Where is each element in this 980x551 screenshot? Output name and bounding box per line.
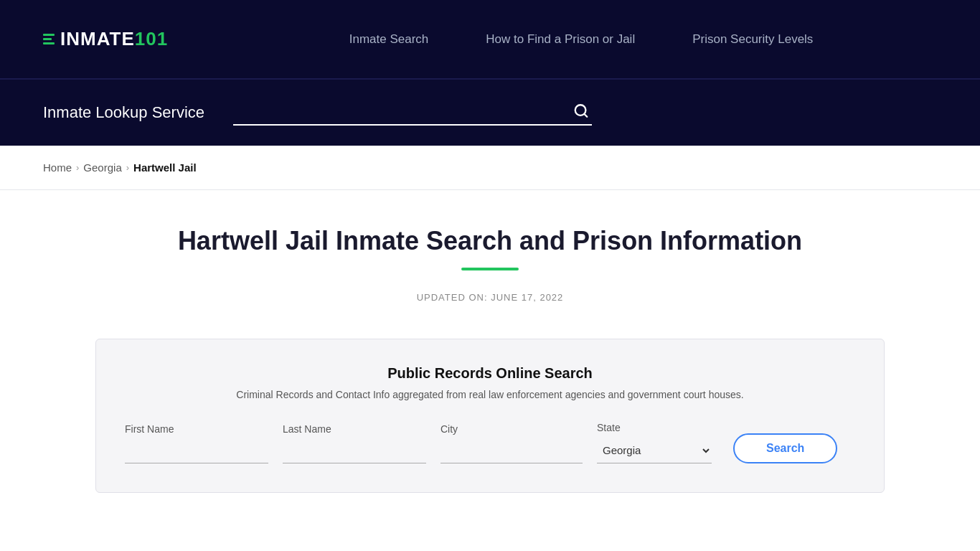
search-icon	[573, 103, 589, 119]
top-navigation: INMATE101 Inmate Search How to Find a Pr…	[0, 0, 980, 79]
logo-icon	[43, 34, 55, 44]
title-underline	[461, 268, 519, 270]
main-content: Hartwell Jail Inmate Search and Prison I…	[0, 190, 980, 522]
last-name-input[interactable]	[283, 439, 426, 463]
search-form-row: First Name Last Name City State AlabamaA…	[125, 422, 855, 463]
search-box-title: Public Records Online Search	[125, 365, 855, 382]
city-label: City	[440, 423, 583, 435]
breadcrumb-home[interactable]: Home	[43, 161, 72, 174]
last-name-label: Last Name	[283, 423, 426, 435]
last-name-field: Last Name	[283, 423, 426, 463]
breadcrumb: Home › Georgia › Hartwell Jail	[43, 161, 937, 174]
nav-item-security-levels[interactable]: Prison Security Levels	[692, 32, 813, 47]
nav-item-how-to-find[interactable]: How to Find a Prison or Jail	[486, 32, 635, 47]
state-label: State	[597, 422, 712, 433]
nav-item-inmate-search[interactable]: Inmate Search	[349, 32, 429, 47]
city-input[interactable]	[440, 439, 583, 463]
first-name-field: First Name	[125, 423, 268, 463]
search-box-description: Criminal Records and Contact Info aggreg…	[125, 389, 855, 400]
public-records-search-box: Public Records Online Search Criminal Re…	[95, 339, 885, 493]
logo-text: INMATE101	[60, 28, 168, 50]
page-title: Hartwell Jail Inmate Search and Prison I…	[43, 226, 937, 256]
search-bar-section: Inmate Lookup Service	[0, 79, 980, 146]
first-name-input[interactable]	[125, 439, 268, 463]
breadcrumb-current: Hartwell Jail	[133, 161, 197, 174]
chevron-icon: ›	[76, 162, 79, 173]
state-select[interactable]: AlabamaAlaskaArizonaArkansasCaliforniaCo…	[597, 438, 712, 463]
search-bar-wrap	[233, 100, 592, 126]
first-name-label: First Name	[125, 423, 268, 435]
search-button[interactable]: Search	[733, 433, 837, 463]
breadcrumb-state[interactable]: Georgia	[83, 161, 121, 174]
search-bar-input[interactable]	[233, 100, 592, 126]
svg-line-1	[584, 114, 587, 117]
nav-links: Inmate Search How to Find a Prison or Ja…	[225, 32, 937, 47]
updated-on: UPDATED ON: JUNE 17, 2022	[43, 292, 937, 303]
chevron-icon-2: ›	[126, 162, 129, 173]
state-field: State AlabamaAlaskaArizonaArkansasCalifo…	[597, 422, 712, 463]
city-field: City	[440, 423, 583, 463]
search-bar-button[interactable]	[570, 100, 592, 126]
search-bar-label: Inmate Lookup Service	[43, 103, 204, 122]
breadcrumb-section: Home › Georgia › Hartwell Jail	[0, 146, 980, 190]
site-logo[interactable]: INMATE101	[43, 28, 168, 50]
